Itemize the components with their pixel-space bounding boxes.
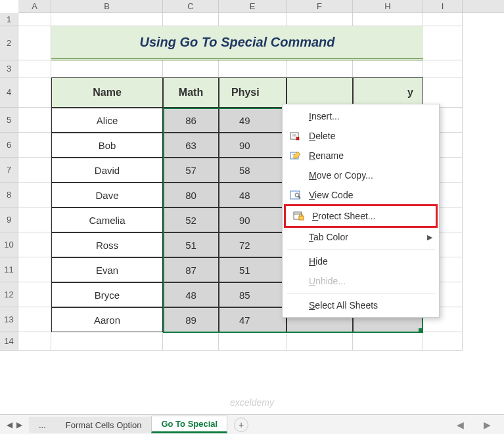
cell-name[interactable]: Evan <box>51 257 163 282</box>
menu-label: Move or Copy... <box>309 170 373 181</box>
menu-protect-sheet[interactable]: Protect Sheet... <box>284 204 438 228</box>
cell-name[interactable]: Alice <box>51 108 163 133</box>
header-physics[interactable]: Physi <box>219 77 286 108</box>
context-menu: Insert... Delete Rename Move or Copy... … <box>282 104 440 318</box>
new-sheet-button[interactable]: + <box>234 418 248 432</box>
cell-math[interactable]: 89 <box>163 307 219 332</box>
col-header-F[interactable]: F <box>286 0 353 12</box>
row-header-7[interactable]: 7 <box>0 158 18 183</box>
cell-math[interactable]: 63 <box>163 133 219 158</box>
header-name[interactable]: Name <box>51 77 163 108</box>
cell-math[interactable]: 87 <box>163 257 219 282</box>
menu-rename[interactable]: Rename <box>283 146 439 165</box>
col-header-A[interactable]: A <box>18 0 51 12</box>
menu-label: Tab Color <box>309 232 348 242</box>
menu-view-code[interactable]: View Code <box>283 185 439 205</box>
tab-go-to-special[interactable]: Go To Special <box>151 416 227 433</box>
menu-label: View Code <box>309 190 353 200</box>
row-header-12[interactable]: 12 <box>0 282 18 307</box>
sheet-tab-bar: ◀ ▶ ... Format Cells Option Go To Specia… <box>0 414 504 434</box>
protect-sheet-icon <box>291 210 307 222</box>
cell-math[interactable]: 86 <box>163 108 219 133</box>
menu-separator <box>286 293 435 293</box>
row-header-1[interactable]: 1 <box>0 13 18 26</box>
row-header-2[interactable]: 2 <box>0 26 18 60</box>
menu-label: Unhide... <box>309 276 346 286</box>
tab-format-cells-option[interactable]: Format Cells Option <box>56 417 152 433</box>
menu-move-copy[interactable]: Move or Copy... <box>283 165 439 185</box>
cell-name[interactable]: Camelia <box>51 207 163 232</box>
menu-label: Hide <box>309 256 328 267</box>
cell-phys[interactable]: 90 <box>219 133 286 158</box>
view-code-icon <box>288 189 304 201</box>
cell-name[interactable]: Dave <box>51 183 163 207</box>
delete-icon <box>288 130 304 142</box>
svg-rect-10 <box>299 216 304 220</box>
col-header-H[interactable]: H <box>353 0 423 12</box>
row-header-13[interactable]: 13 <box>0 307 18 332</box>
cell-phys[interactable]: 49 <box>219 108 286 133</box>
scroll-right-icon[interactable]: ▶ <box>484 420 491 430</box>
cell-phys[interactable]: 90 <box>219 207 286 232</box>
row-header-3[interactable]: 3 <box>0 60 18 77</box>
row-header-5[interactable]: 5 <box>0 108 18 133</box>
row-header-10[interactable]: 10 <box>0 232 18 257</box>
menu-label: Rename <box>309 150 344 161</box>
watermark: exceldemy <box>230 397 274 408</box>
row-header-8[interactable]: 8 <box>0 183 18 207</box>
tab-nav[interactable]: ◀ ▶ <box>7 420 22 429</box>
cell-name[interactable]: Ross <box>51 232 163 257</box>
tab-nav-prev-icon[interactable]: ◀ <box>7 420 12 429</box>
col-header-E[interactable]: E <box>219 0 286 12</box>
cell-name[interactable]: Bob <box>51 133 163 158</box>
col-header-I[interactable]: I <box>423 0 463 12</box>
cell-name[interactable]: Aaron <box>51 307 163 332</box>
menu-tab-color[interactable]: Tab Color ▶ <box>283 227 439 247</box>
cell-math[interactable]: 52 <box>163 207 219 232</box>
horizontal-scrollbar[interactable]: ◀ ▶ <box>248 420 497 430</box>
cell-phys[interactable]: 85 <box>219 282 286 307</box>
cell-phys[interactable]: 72 <box>219 232 286 257</box>
cell-phys[interactable]: 58 <box>219 158 286 183</box>
column-headers: A B C E F H I <box>18 0 504 13</box>
menu-label: Protect Sheet... <box>312 211 376 221</box>
menu-delete[interactable]: Delete <box>283 126 439 146</box>
menu-insert[interactable]: Insert... <box>283 106 439 126</box>
cell-math[interactable]: 80 <box>163 183 219 207</box>
menu-label: Select All Sheets <box>309 300 378 311</box>
cell-math[interactable]: 48 <box>163 282 219 307</box>
menu-hide[interactable]: Hide <box>283 251 439 271</box>
row-header-4[interactable]: 4 <box>0 77 18 108</box>
cell-math[interactable]: 57 <box>163 158 219 183</box>
menu-label: Insert... <box>309 111 340 121</box>
scroll-left-icon[interactable]: ◀ <box>457 420 464 430</box>
row-header-9[interactable]: 9 <box>0 207 18 232</box>
col-header-C[interactable]: C <box>163 0 219 12</box>
menu-separator <box>286 249 435 250</box>
header-math[interactable]: Math <box>163 77 219 108</box>
cell-math[interactable]: 51 <box>163 232 219 257</box>
chevron-right-icon: ▶ <box>427 233 432 242</box>
row-header-11[interactable]: 11 <box>0 257 18 282</box>
rename-icon <box>288 150 304 162</box>
cell-phys[interactable]: 51 <box>219 257 286 282</box>
cell-phys[interactable]: 48 <box>219 183 286 207</box>
tab-nav-next-icon[interactable]: ▶ <box>16 420 22 429</box>
row-header-14[interactable]: 14 <box>0 332 18 351</box>
menu-unhide: Unhide... <box>283 271 439 291</box>
cell-phys[interactable]: 47 <box>219 307 286 332</box>
cell-name[interactable]: David <box>51 158 163 183</box>
title-cell[interactable]: Using Go To Special Command <box>51 26 423 60</box>
selection-handle[interactable] <box>419 328 423 332</box>
row-header-6[interactable]: 6 <box>0 133 18 158</box>
col-header-B[interactable]: B <box>51 0 163 12</box>
menu-select-all-sheets[interactable]: Select All Sheets <box>283 295 439 315</box>
cell-name[interactable]: Bryce <box>51 282 163 307</box>
menu-label: Delete <box>309 131 335 141</box>
tab-overflow[interactable]: ... <box>29 417 56 433</box>
svg-line-7 <box>298 196 300 198</box>
